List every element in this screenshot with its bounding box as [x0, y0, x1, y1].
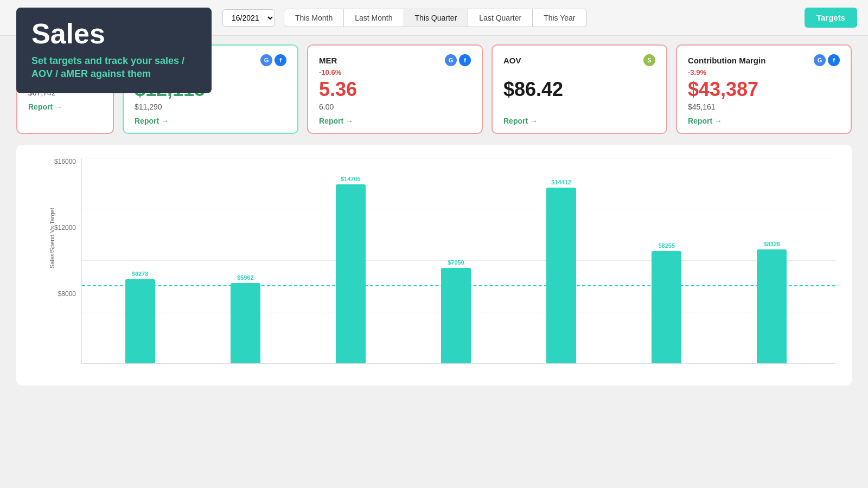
tab-last-month[interactable]: Last Month	[343, 9, 404, 27]
bar-2	[231, 283, 260, 363]
y-tick-8000: $8000	[49, 290, 76, 298]
bar-7	[757, 249, 787, 363]
chart-plot: $6278 $5962 $14705 $705	[81, 158, 835, 364]
kpi-card-mer: MER G f -10.6% 5.36 6.00 Report →	[307, 44, 483, 134]
targets-button[interactable]: Targets	[805, 8, 857, 28]
kpi-change-mer: -10.6%	[319, 68, 471, 76]
chart-container: Sales/Spend Vs Target $16000 $12000 $800…	[16, 145, 852, 386]
bar-wrapper-5: $14412	[546, 179, 576, 363]
kpi-card-aov: AOV S — $86.42 — Report →	[492, 44, 667, 134]
y-tick-16000: $16000	[49, 158, 76, 165]
kpi-report-mer[interactable]: Report →	[319, 117, 471, 125]
tab-last-quarter[interactable]: Last Quarter	[468, 9, 533, 27]
kpi-title-mer: MER	[319, 56, 337, 65]
google-icon-mer: G	[445, 54, 457, 66]
bar-label-7: $8326	[764, 241, 781, 247]
bar-wrapper-2: $5962	[231, 274, 260, 363]
kpi-report-ad-vs-target[interactable]: Report →	[135, 117, 286, 125]
kpi-change-contribution-margin: -3.9%	[688, 68, 840, 76]
kpi-icons-mer: G f	[445, 54, 471, 66]
kpi-value-aov: $86.42	[503, 79, 655, 100]
facebook-icon-cm: f	[828, 54, 840, 66]
kpi-card-contribution-margin: Contribution Margin G f -3.9% $43,387 $4…	[676, 44, 852, 134]
bar-1	[125, 279, 155, 363]
kpi-header-mer: MER G f	[319, 54, 471, 66]
bar-label-5: $14412	[551, 179, 571, 185]
bar-wrapper-1: $6278	[125, 271, 155, 363]
kpi-value-mer: 5.36	[319, 79, 471, 100]
facebook-icon-mer: f	[459, 54, 471, 66]
bar-5	[546, 188, 576, 363]
bar-6	[652, 251, 681, 363]
bar-label-4: $7050	[448, 259, 464, 266]
kpi-header-contribution-margin: Contribution Margin G f	[688, 54, 840, 66]
facebook-icon: f	[275, 54, 286, 66]
bar-wrapper-7: $8326	[757, 241, 787, 363]
sales-intro-panel: Sales Set targets and track your sales /…	[16, 8, 212, 93]
kpi-icons-ad-vs-target: G f	[260, 54, 286, 66]
sales-title: Sales	[31, 18, 196, 49]
kpi-baseline-mer: 6.00	[319, 102, 471, 111]
kpi-report-partial[interactable]: Report →	[28, 102, 102, 111]
shopify-icon-aov: S	[643, 54, 655, 66]
y-axis: $16000 $12000 $8000 $0	[49, 158, 81, 375]
bar-wrapper-3: $14705	[336, 176, 366, 363]
y-tick-12000: $12000	[49, 224, 76, 232]
google-icon: G	[260, 54, 272, 66]
bars-container: $6278 $5962 $14705 $705	[82, 158, 835, 363]
sales-subtitle: Set targets and track your sales / AOV /…	[31, 55, 196, 80]
bar-label-3: $14705	[341, 176, 361, 182]
tab-this-month[interactable]: This Month	[284, 9, 344, 27]
kpi-title-contribution-margin: Contribution Margin	[688, 56, 765, 65]
kpi-title-aov: AOV	[503, 56, 521, 65]
bar-3	[336, 184, 366, 363]
filter-tabs: This Month Last Month This Quarter Last …	[284, 9, 586, 27]
kpi-baseline-contribution-margin: $45,161	[688, 102, 840, 111]
bar-label-6: $8255	[658, 242, 675, 249]
bar-wrapper-4: $7050	[441, 259, 471, 363]
kpi-baseline-ad-vs-target: $11,290	[135, 102, 286, 111]
kpi-report-contribution-margin[interactable]: Report →	[688, 117, 840, 125]
bar-wrapper-6: $8255	[652, 242, 681, 363]
tab-this-year[interactable]: This Year	[532, 9, 586, 27]
bar-label-2: $5962	[237, 274, 254, 281]
kpi-value-contribution-margin: $43,387	[688, 79, 840, 100]
kpi-header-aov: AOV S	[503, 54, 655, 66]
tab-this-quarter[interactable]: This Quarter	[404, 9, 469, 27]
bar-label-1: $6278	[132, 271, 149, 277]
kpi-icons-contribution-margin: G f	[814, 54, 840, 66]
google-icon-cm: G	[814, 54, 826, 66]
date-select[interactable]: 16/2021	[222, 9, 275, 27]
bar-4	[441, 268, 471, 363]
kpi-icons-aov: S	[643, 54, 655, 66]
kpi-report-aov[interactable]: Report →	[503, 117, 655, 125]
chart-area: $16000 $12000 $8000 $0 $6278	[49, 158, 835, 375]
